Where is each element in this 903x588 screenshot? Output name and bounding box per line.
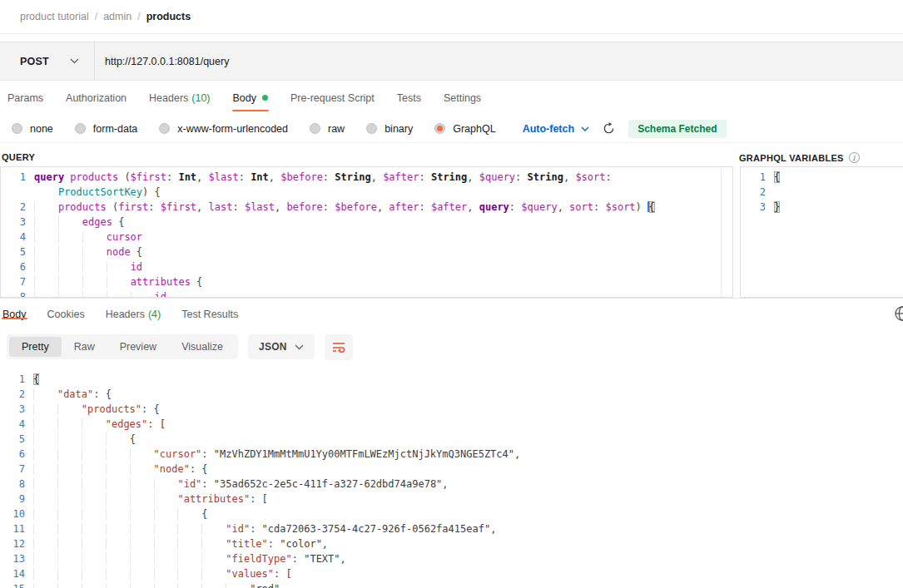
line-number: 3 <box>1 215 34 230</box>
indent-guide <box>226 583 250 588</box>
code-token: "cda72063-3754-4c27-926f-0562fa415eaf" <box>262 523 491 535</box>
tab-label: Body <box>233 92 257 104</box>
code-token: $first <box>131 171 166 183</box>
method-selector[interactable]: POST <box>0 42 94 80</box>
code-token: sort <box>569 201 593 213</box>
variables-pane-label: GRAPHQL VARIABLES i <box>739 152 860 163</box>
code-token: "color" <box>280 538 322 550</box>
tab-test-results[interactable]: Test Results <box>181 309 239 320</box>
tab-authorization[interactable]: Authorization <box>65 83 127 112</box>
request-url-bar: POST http://127.0.0.1:8081/query <box>0 42 903 81</box>
tab-cookies[interactable]: Cookies <box>47 309 86 320</box>
url-input[interactable]: http://127.0.0.1:8081/query <box>95 56 903 67</box>
view-mode-preview[interactable]: Preview <box>107 337 169 357</box>
indent-guide <box>131 291 155 298</box>
tab-pre-request-script[interactable]: Pre-request Script <box>290 83 375 112</box>
code-content: id <box>34 259 732 274</box>
code-line: 8 id <box>1 289 732 298</box>
line-number: 8 <box>1 289 34 298</box>
tab-label: Settings <box>444 92 481 104</box>
code-token: , <box>340 553 346 565</box>
code-line: 4 "edges": [ <box>0 417 903 432</box>
code-token: String <box>431 171 467 183</box>
variables-code[interactable]: 1{23} <box>741 167 903 215</box>
breadcrumb-item-products[interactable]: products <box>146 11 191 22</box>
body-type-x-www-form-urlencoded[interactable]: x-www-form-urlencoded <box>159 123 288 135</box>
indent-guide <box>107 291 131 298</box>
query-code[interactable]: 1query products ($first: Int, $last: Int… <box>1 167 732 298</box>
body-type-binary[interactable]: binary <box>366 123 413 135</box>
indent-guide <box>177 553 201 565</box>
query-pane-label: QUERY <box>2 152 35 162</box>
info-icon[interactable]: i <box>849 152 860 163</box>
body-type-graphql[interactable]: GraphQL <box>434 123 495 135</box>
code-token: before <box>286 201 322 213</box>
tab-headers[interactable]: Headers(10) <box>148 83 211 112</box>
code-token: "data" <box>57 388 93 400</box>
indent-guide <box>130 493 154 505</box>
autofetch-dropdown[interactable]: Auto-fetch <box>523 123 590 135</box>
refresh-schema-button[interactable] <box>603 122 615 135</box>
tab-count-badge: (4) <box>148 309 161 320</box>
breadcrumb-item-product-tutorial[interactable]: product tutorial <box>20 11 89 22</box>
body-type-none[interactable]: none <box>12 123 53 135</box>
indent-guide <box>154 523 178 535</box>
code-line: 3} <box>741 200 903 215</box>
indent-guide <box>33 553 57 565</box>
code-line: 2 "data": { <box>0 387 903 402</box>
code-token: , <box>558 201 569 213</box>
indent-guide <box>82 493 106 505</box>
indent-guide <box>58 231 82 243</box>
tab-tests[interactable]: Tests <box>396 83 422 112</box>
body-type-label: x-www-form-urlencoded <box>177 123 288 135</box>
format-dropdown[interactable]: JSON <box>248 334 315 359</box>
code-line: 4 cursor <box>1 230 732 245</box>
graphql-query-editor[interactable]: 1query products ($first: Int, $last: Int… <box>0 166 733 298</box>
code-token: "edges" <box>106 418 148 430</box>
radio-icon <box>12 123 22 134</box>
indent-guide <box>58 246 82 258</box>
breadcrumb-separator: / <box>95 11 97 22</box>
response-body-code[interactable]: 1{2 "data": {3 "products": {4 "edges": [… <box>0 369 903 588</box>
variables-label-text: GRAPHQL VARIABLES <box>739 153 844 163</box>
code-token: Int <box>251 171 269 183</box>
view-mode-raw[interactable]: Raw <box>62 337 107 357</box>
indent-guide <box>154 478 178 490</box>
app-window: product tutorial/admin/products POST htt… <box>0 0 903 588</box>
code-token: "values" <box>226 568 274 580</box>
indent-guide <box>57 463 82 475</box>
tab-body[interactable]: Body <box>232 83 270 112</box>
body-type-form-data[interactable]: form-data <box>75 123 138 135</box>
code-token: : { <box>93 388 112 400</box>
tab-params[interactable]: Params <box>7 83 44 112</box>
indent-guide <box>33 418 57 430</box>
scrollbar-track[interactable] <box>721 167 722 297</box>
line-number: 6 <box>1 259 34 274</box>
breadcrumb-item-admin[interactable]: admin <box>103 11 131 22</box>
code-token: "attributes" <box>177 493 250 505</box>
view-mode-visualize[interactable]: Visualize <box>169 337 236 357</box>
tab-body[interactable]: Body <box>2 309 27 320</box>
view-mode-pretty[interactable]: Pretty <box>9 337 62 357</box>
indent-guide <box>33 448 57 460</box>
tab-settings[interactable]: Settings <box>443 83 482 112</box>
globe-icon[interactable] <box>894 305 903 325</box>
code-token: "cursor" <box>154 448 202 460</box>
indent-guide <box>58 291 82 298</box>
graphql-variables-editor[interactable]: 1{23} <box>740 166 903 298</box>
code-token: ( <box>107 201 118 213</box>
tab-headers[interactable]: Headers(4) <box>105 309 162 320</box>
indent-guide <box>57 403 82 415</box>
code-token: ) { <box>142 186 161 198</box>
code-token: "id" <box>177 478 201 490</box>
request-tabs: ParamsAuthorizationHeaders(10)BodyPre-re… <box>0 83 903 112</box>
indent-guide <box>106 553 130 565</box>
response-tabs: BodyCookiesHeaders(4)Test Results <box>0 299 903 329</box>
wrap-lines-button[interactable] <box>325 334 353 360</box>
tab-label: Cookies <box>47 309 85 320</box>
line-number: 11 <box>0 521 33 536</box>
indent-guide <box>82 553 106 565</box>
body-type-raw[interactable]: raw <box>310 123 345 135</box>
code-content: attributes { <box>34 274 732 289</box>
code-line: ProductSortKey) { <box>1 185 732 200</box>
